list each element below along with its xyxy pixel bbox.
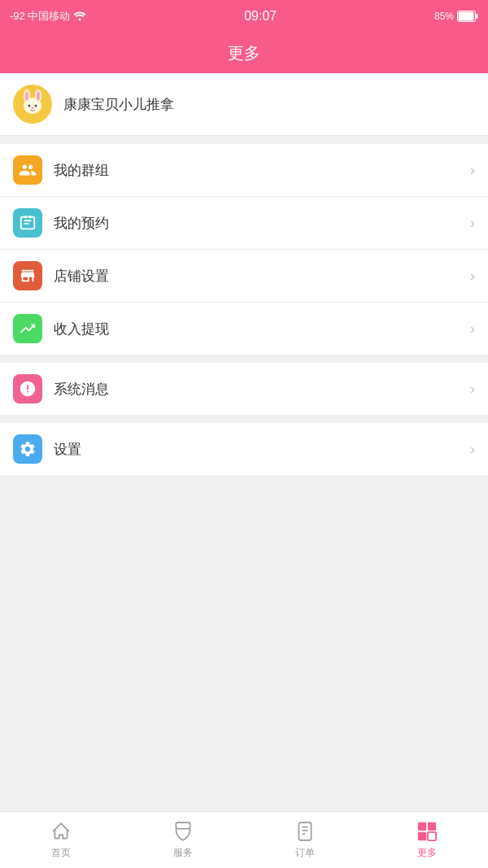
svg-rect-13	[24, 220, 31, 221]
svg-rect-15	[24, 216, 26, 219]
tab-bar: 首页 服务 订单 更多	[0, 811, 488, 868]
menu-item-messages[interactable]: 系统消息 ›	[0, 363, 488, 415]
svg-point-0	[79, 19, 81, 21]
menu-item-appointments[interactable]: 我的预约 ›	[0, 197, 488, 250]
svg-point-9	[28, 105, 31, 107]
appointments-label: 我的预约	[54, 214, 470, 233]
tab-more-label: 更多	[417, 846, 437, 860]
page-title: 更多	[228, 42, 260, 64]
svg-rect-2	[475, 14, 477, 19]
tab-home[interactable]: 首页	[0, 812, 122, 868]
profile-name: 康康宝贝小儿推拿	[63, 95, 174, 114]
status-battery: 85%	[434, 11, 478, 22]
status-bar: -92 中国移动 09:07 85%	[0, 0, 488, 33]
section-divider-3	[0, 415, 488, 423]
svg-rect-22	[428, 822, 436, 831]
section-divider-2	[0, 355, 488, 363]
messages-icon	[13, 374, 42, 403]
page-header: 更多	[0, 33, 488, 73]
chevron-icon-shop: ›	[470, 268, 475, 285]
tab-service[interactable]: 服务	[122, 812, 244, 868]
chevron-icon-settings: ›	[470, 441, 475, 458]
tab-more[interactable]: 更多	[366, 812, 488, 868]
section-divider-1	[0, 136, 488, 144]
orders-icon	[294, 820, 316, 843]
svg-point-8	[37, 91, 41, 101]
shop-settings-icon	[13, 261, 42, 290]
groups-icon	[13, 155, 42, 185]
appointments-icon	[13, 208, 42, 238]
status-signal: -92 中国移动	[10, 9, 86, 24]
menu-item-shop-settings[interactable]: 店铺设置 ›	[0, 250, 488, 303]
tab-service-label: 服务	[173, 846, 193, 860]
tab-orders-label: 订单	[295, 846, 315, 860]
svg-rect-21	[418, 822, 426, 831]
menu-item-income[interactable]: 收入提现 ›	[0, 303, 488, 355]
income-label: 收入提现	[54, 320, 470, 338]
settings-label: 设置	[54, 440, 470, 459]
svg-point-10	[35, 105, 37, 107]
service-icon	[172, 820, 194, 843]
messages-label: 系统消息	[54, 380, 470, 399]
svg-rect-17	[298, 822, 311, 840]
shop-settings-label: 店铺设置	[54, 267, 470, 286]
income-icon	[13, 314, 42, 343]
svg-point-7	[25, 91, 29, 101]
chevron-icon-income: ›	[470, 321, 475, 338]
menu-section-2: 系统消息 ›	[0, 363, 488, 415]
tab-home-label: 首页	[51, 846, 71, 860]
svg-rect-23	[418, 832, 426, 840]
chevron-icon-appointments: ›	[470, 215, 475, 232]
tab-orders[interactable]: 订单	[244, 812, 366, 868]
menu-section-1: 我的群组 › 我的预约 › 店铺设置 › 收入提现 ›	[0, 144, 488, 355]
svg-rect-24	[428, 832, 436, 840]
content-filler	[0, 475, 488, 850]
profile-row[interactable]: 康康宝贝小儿推拿	[0, 73, 488, 136]
menu-section-3: 设置 ›	[0, 423, 488, 475]
avatar	[13, 85, 52, 124]
svg-rect-3	[458, 12, 473, 21]
chevron-icon-messages: ›	[470, 381, 475, 398]
home-icon	[50, 820, 72, 843]
svg-rect-14	[24, 223, 28, 225]
settings-icon	[13, 434, 42, 464]
more-icon	[416, 820, 438, 843]
groups-label: 我的群组	[54, 161, 470, 180]
status-time: 09:07	[244, 9, 277, 24]
svg-point-11	[31, 107, 34, 109]
svg-rect-16	[29, 216, 31, 219]
menu-item-settings[interactable]: 设置 ›	[0, 423, 488, 475]
chevron-icon-groups: ›	[470, 162, 475, 179]
menu-item-groups[interactable]: 我的群组 ›	[0, 144, 488, 197]
